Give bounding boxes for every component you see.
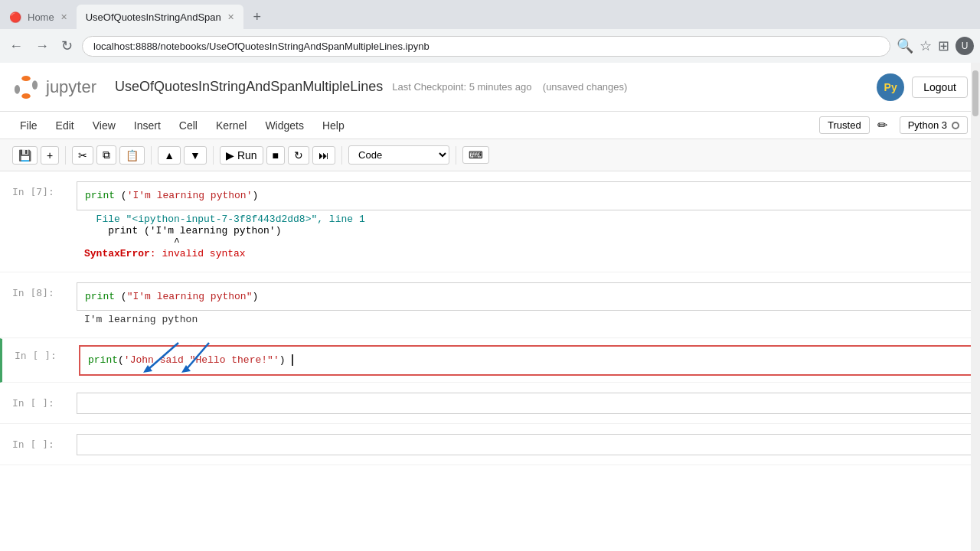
bookmark-icon[interactable]: ☆: [920, 37, 932, 54]
cell-8-label: In [8]:: [0, 279, 77, 332]
move-down-button[interactable]: ▼: [184, 146, 207, 165]
cell-8-output: I'm learning python: [77, 311, 980, 328]
notebook-content: In [7]: print ('I'm learning python') Fi…: [0, 171, 980, 551]
cell-active-body: print('John said "Hello there!"'): [79, 342, 980, 379]
cursor: [286, 354, 294, 366]
move-up-button[interactable]: ▲: [158, 146, 181, 165]
cell-empty-2-label: In [ ]:: [0, 431, 77, 458]
notebook-tab-label: UseOfQuotesInStringAndSpan: [86, 11, 221, 23]
cell-7-input[interactable]: print ('I'm learning python'): [77, 181, 980, 210]
cell-8-string: "I'm learning python": [127, 291, 253, 302]
home-tab-close[interactable]: ✕: [60, 12, 67, 22]
menu-bar: File Edit View Insert Cell Kernel Widget…: [0, 112, 980, 139]
menu-edit[interactable]: Edit: [48, 116, 82, 135]
svg-point-0: [21, 75, 31, 80]
toolbar-separator-1: [65, 146, 66, 165]
keyboard-shortcuts-button[interactable]: ⌨: [462, 146, 489, 164]
cell-7: In [7]: print ('I'm learning python') Fi…: [0, 171, 980, 272]
menu-file[interactable]: File: [12, 116, 45, 135]
checkpoint-info: Last Checkpoint: 5 minutes ago (unsaved …: [392, 81, 877, 93]
cell-7-keyword: print: [85, 190, 115, 201]
toolbar-separator-2: [151, 146, 152, 165]
cell-8-input[interactable]: print ("I'm learning python"): [77, 282, 980, 311]
cell-empty-2-body: [77, 431, 980, 458]
tab-notebook[interactable]: UseOfQuotesInStringAndSpan ✕: [77, 5, 243, 29]
menu-widgets[interactable]: Widgets: [257, 116, 312, 135]
browser-chrome: 🔴 Home ✕ UseOfQuotesInStringAndSpan ✕ + …: [0, 0, 980, 63]
cell-active-string-inner: "Hello there!": [190, 354, 273, 366]
new-tab-button[interactable]: +: [247, 6, 268, 28]
svg-point-1: [21, 93, 31, 98]
cell-8-body: print ("I'm learning python") I'm learni…: [77, 279, 980, 332]
menu-view[interactable]: View: [85, 116, 123, 135]
cell-empty-1-input[interactable]: [77, 393, 980, 414]
tab-home[interactable]: 🔴 Home ✕: [0, 5, 77, 29]
cell-8: In [8]: print ("I'm learning python") I'…: [0, 272, 980, 339]
restart-run-button[interactable]: ⏭: [312, 146, 335, 165]
edit-metadata-icon[interactable]: ✏: [873, 118, 892, 132]
jupyter-logo-svg: [12, 73, 40, 101]
search-icon[interactable]: 🔍: [897, 37, 913, 54]
cell-active-input[interactable]: print('John said "Hello there!"'): [79, 345, 980, 376]
cell-empty-2-input[interactable]: [77, 434, 980, 455]
menu-kernel[interactable]: Kernel: [208, 116, 254, 135]
logout-button[interactable]: Logout: [912, 77, 968, 98]
notebook-title[interactable]: UseOfQuotesInStringAndSpanMultipleLines: [115, 79, 383, 95]
cell-active-string-outer: 'John said: [124, 354, 190, 366]
kernel-status-dot: [952, 122, 959, 129]
jupyter-header: jupyter UseOfQuotesInStringAndSpanMultip…: [0, 63, 980, 112]
cell-empty-1: In [ ]:: [0, 383, 980, 424]
cell-7-string-start: 'I'm learning python': [127, 190, 253, 201]
cell-empty-2: In [ ]:: [0, 424, 980, 465]
restart-button[interactable]: ↻: [288, 146, 309, 165]
cell-7-body: print ('I'm learning python') File "<ipy…: [77, 178, 980, 266]
save-button[interactable]: 💾: [12, 146, 38, 165]
run-button[interactable]: ▶ Run: [220, 146, 263, 165]
address-bar[interactable]: [82, 36, 890, 57]
menu-help[interactable]: Help: [315, 116, 352, 135]
add-cell-button[interactable]: +: [41, 146, 59, 165]
toolbar-separator-3: [213, 146, 214, 165]
cell-type-select[interactable]: Code Markdown Raw NBConvert: [348, 145, 449, 165]
cell-active: In [ ]: print('John said "Hello there!"'…: [0, 338, 980, 383]
cell-active-label: In [ ]:: [2, 342, 79, 379]
cell-empty-1-body: [77, 390, 980, 417]
kernel-info: Python 3: [900, 116, 968, 134]
extensions-icon[interactable]: ⊞: [938, 37, 949, 54]
tab-bar: 🔴 Home ✕ UseOfQuotesInStringAndSpan ✕ +: [0, 0, 980, 29]
cut-button[interactable]: ✂: [72, 146, 93, 165]
python-icon: Py: [877, 73, 904, 101]
toolbar-separator-5: [456, 146, 456, 165]
back-button[interactable]: ←: [6, 35, 26, 57]
run-label: Run: [237, 149, 257, 161]
forward-button[interactable]: →: [32, 35, 52, 57]
cell-7-label: In [7]:: [0, 178, 77, 266]
cell-8-keyword: print: [85, 291, 115, 302]
stop-button[interactable]: ■: [266, 146, 285, 165]
run-icon: ▶: [226, 149, 234, 161]
copy-button[interactable]: ⧉: [96, 145, 116, 165]
nav-bar: ← → ↻ 🔍 ☆ ⊞ U: [0, 29, 980, 63]
home-tab-label: Home: [28, 11, 54, 23]
svg-point-3: [32, 80, 38, 90]
home-tab-icon: 🔴: [9, 11, 21, 23]
reload-button[interactable]: ↻: [58, 34, 76, 57]
toolbar-separator-4: [341, 146, 342, 165]
trusted-badge[interactable]: Trusted: [819, 116, 870, 134]
cell-7-output: File "<ipython-input-7-3f8f443d2dd8>", l…: [77, 210, 980, 262]
notebook-tab-close[interactable]: ✕: [227, 12, 234, 22]
jupyter-logo-text: jupyter: [46, 77, 96, 97]
cell-active-keyword: print: [88, 354, 118, 366]
cell-empty-1-label: In [ ]:: [0, 390, 77, 417]
menu-cell[interactable]: Cell: [172, 116, 205, 135]
menu-insert[interactable]: Insert: [126, 116, 168, 135]
svg-point-2: [15, 85, 20, 94]
scrollbar-thumb[interactable]: [972, 70, 978, 116]
profile-icon[interactable]: U: [956, 37, 974, 55]
jupyter-logo: jupyter: [12, 73, 96, 101]
toolbar: 💾 + ✂ ⧉ 📋 ▲ ▼ ▶ Run ■ ↻ ⏭ Code Markdown …: [0, 139, 980, 171]
scrollbar[interactable]: [971, 63, 980, 551]
paste-button[interactable]: 📋: [119, 146, 145, 165]
